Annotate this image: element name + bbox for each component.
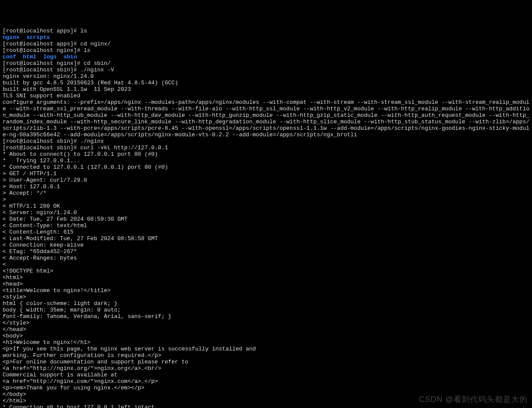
directory-name: nginx — [3, 34, 19, 41]
terminal-line: Commercial support is available at — [3, 372, 529, 378]
terminal-line: font-family: Tahoma, Verdana, Arial, san… — [3, 313, 529, 320]
directory-name: scripts — [26, 34, 50, 41]
terminal-line: * Connection #0 to host 127.0.0.1 left i… — [3, 404, 529, 408]
terminal-line: < Connection: keep-alive — [3, 242, 529, 248]
terminal-line: html { color-scheme: light dark; } — [3, 300, 529, 307]
terminal-line: > GET / HTTP/1.1 — [3, 170, 529, 177]
shell-prompt: [root@localhost sbin]# — [3, 145, 80, 151]
terminal-line: < Server: nginx/1.24.0 — [3, 209, 529, 216]
terminal-line: [root@localhost sbin]# ./nginx — [3, 138, 529, 145]
shell-command: cd sbin/ — [84, 60, 110, 67]
terminal-line: * Connected to 127.0.0.1 (127.0.0.1) por… — [3, 164, 529, 170]
terminal-line: * Trying 127.0.0.1... — [3, 157, 529, 164]
terminal-line: </head> — [3, 326, 529, 333]
shell-prompt: [root@localhost apps]# — [3, 41, 80, 47]
terminal-line: > Accept: */* — [3, 190, 529, 196]
terminal-line: < HTTP/1.1 200 OK — [3, 203, 529, 209]
terminal-line: <head> — [3, 281, 529, 287]
terminal-line: <html> — [3, 274, 529, 281]
terminal-line: <a href="http://nginx.com/">nginx.com</a… — [3, 378, 529, 385]
terminal-line: <h1>Welcome to nginx!</h1> — [3, 339, 529, 346]
terminal-line: < — [3, 261, 529, 268]
terminal-line: TLS SNI support enabled — [3, 93, 529, 99]
terminal-output[interactable]: [root@localhost apps]# lsnginx scripts[r… — [3, 28, 529, 408]
shell-command: ls — [84, 47, 90, 54]
shell-command: ./nginx -V — [80, 67, 114, 73]
terminal-line: [root@localhost sbin]# curl -vkL http://… — [3, 145, 529, 151]
terminal-line: [root@localhost sbin]# ./nginx -V — [3, 67, 529, 73]
terminal-line: nginx version: nginx/1.24.0 — [3, 73, 529, 80]
terminal-line: <style> — [3, 294, 529, 300]
terminal-line: * About to connect() to 127.0.0.1 port 8… — [3, 151, 529, 157]
shell-command: curl -vkL http://127.0.0.1 — [80, 145, 168, 151]
terminal-line: < Last-Modified: Tue, 27 Feb 2024 08:58:… — [3, 235, 529, 242]
terminal-line: <p><em>Thank you for using nginx.</em></… — [3, 385, 529, 391]
terminal-line: conf html logs sbin — [3, 54, 529, 60]
terminal-line: body { width: 35em; margin: 0 auto; — [3, 307, 529, 313]
terminal-line: > Host: 127.0.0.1 — [3, 183, 529, 190]
terminal-line: working. Further configuration is requir… — [3, 352, 529, 359]
shell-command: cd nginx/ — [80, 41, 110, 47]
terminal-line: nginx scripts — [3, 34, 529, 41]
terminal-line: [root@localhost apps]# ls — [3, 28, 529, 34]
terminal-line: < ETag: "65dda452-267" — [3, 248, 529, 255]
terminal-line: built by gcc 4.8.5 20150623 (Red Hat 4.8… — [3, 80, 529, 86]
directory-name: sbin — [63, 54, 77, 60]
shell-prompt: [root@localhost apps]# — [3, 28, 80, 34]
shell-command: ./nginx — [80, 138, 104, 145]
terminal-line: < Date: Tue, 27 Feb 2024 08:59:30 GMT — [3, 216, 529, 222]
terminal-line: < Accept-Ranges: bytes — [3, 255, 529, 261]
terminal-line: <p>For online documentation and support … — [3, 359, 529, 365]
terminal-line: <title>Welcome to nginx!</title> — [3, 287, 529, 294]
terminal-line: <a href="http://nginx.org/">nginx.org</a… — [3, 365, 529, 372]
terminal-line: <p>If you see this page, the nginx web s… — [3, 346, 529, 352]
shell-command: ls — [80, 28, 87, 34]
terminal-line: <body> — [3, 333, 529, 339]
terminal-line: [root@localhost nginx]# cd sbin/ — [3, 60, 529, 67]
shell-prompt: [root@localhost sbin]# — [3, 67, 80, 73]
terminal-line: <!DOCTYPE html> — [3, 268, 529, 274]
terminal-line: > User-Agent: curl/7.29.0 — [3, 177, 529, 183]
shell-prompt: [root@localhost nginx]# — [3, 47, 84, 54]
terminal-line: built with OpenSSL 1.1.1w 11 Sep 2023 — [3, 86, 529, 93]
directory-name: logs — [43, 54, 57, 60]
directory-name: conf — [3, 54, 16, 60]
shell-prompt: [root@localhost nginx]# — [3, 60, 84, 67]
shell-prompt: [root@localhost sbin]# — [3, 138, 80, 145]
terminal-line: < Content-Type: text/html — [3, 222, 529, 229]
directory-name: html — [23, 54, 36, 60]
terminal-line: < Content-Length: 615 — [3, 229, 529, 235]
terminal-line: > — [3, 196, 529, 203]
terminal-line: [root@localhost nginx]# ls — [3, 47, 529, 54]
watermark: CSDN @看到代码头都是大的 — [419, 396, 528, 403]
terminal-line: </style> — [3, 320, 529, 326]
terminal-line: configure arguments: --prefix=/apps/ngin… — [3, 99, 529, 138]
terminal-line: [root@localhost apps]# cd nginx/ — [3, 41, 529, 47]
